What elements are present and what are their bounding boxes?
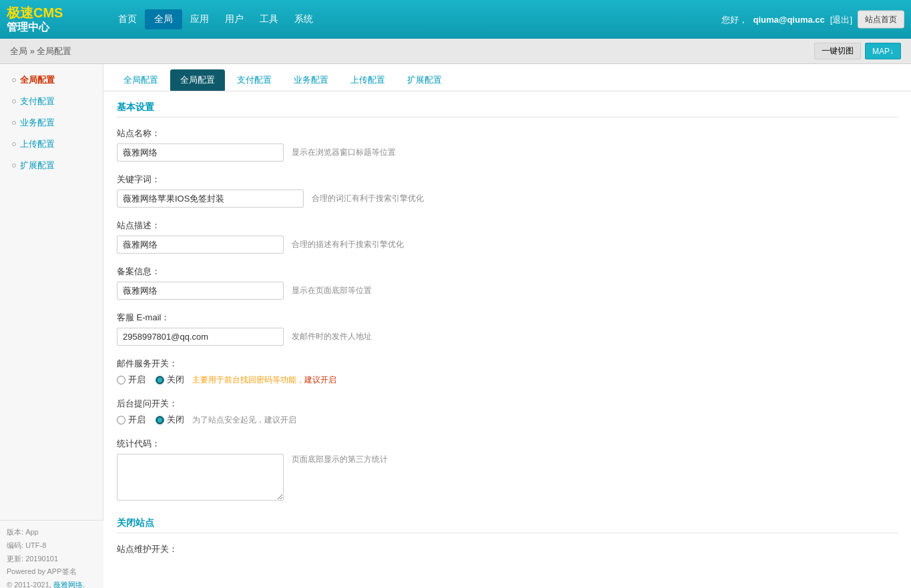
icp-label: 备案信息： bbox=[117, 266, 898, 278]
sub-tab-payment-config[interactable]: 支付配置 bbox=[227, 69, 282, 91]
update-value: 20190101 bbox=[25, 555, 58, 563]
sidebar-label-business-config: 业务配置 bbox=[20, 117, 55, 129]
map-button[interactable]: MAP↓ bbox=[865, 43, 901, 59]
sidebar-item-upload-config[interactable]: 上传配置 bbox=[0, 133, 103, 155]
sidebar-item-global-config[interactable]: 全局配置 bbox=[0, 69, 103, 91]
nav-home[interactable]: 首页 bbox=[110, 9, 145, 29]
nav-system[interactable]: 系统 bbox=[286, 9, 321, 29]
admin-tip-hint: 为了站点安全起见，建议开启 bbox=[192, 414, 296, 426]
form-row-site-name: 站点名称： 显示在浏览器窗口标题等位置 bbox=[117, 127, 898, 162]
site-home-button[interactable]: 站点首页 bbox=[858, 11, 904, 29]
keywords-inline: 合理的词汇有利于搜索引擎优化 bbox=[117, 190, 898, 208]
username: qiuma@qiuma.cc bbox=[753, 15, 824, 25]
stats-code-inline: 页面底部显示的第三方统计 bbox=[117, 454, 898, 501]
description-label: 站点描述： bbox=[117, 220, 898, 232]
close-site-section: 关闭站点 站点维护开关： bbox=[117, 517, 898, 555]
icp-hint: 显示在页面底部等位置 bbox=[292, 285, 372, 296]
site-name-inline: 显示在浏览器窗口标题等位置 bbox=[117, 143, 898, 162]
nav-global[interactable]: 全局 bbox=[145, 9, 182, 29]
nav-app[interactable]: 应用 bbox=[182, 9, 217, 29]
icp-input[interactable] bbox=[117, 282, 284, 300]
mail-service-open-label: 开启 bbox=[128, 374, 145, 386]
sidebar-label-payment-config: 支付配置 bbox=[20, 95, 55, 107]
sub-tab-extension-config[interactable]: 扩展配置 bbox=[397, 69, 452, 91]
mail-service-close-radio[interactable]: 关闭 bbox=[156, 374, 184, 386]
admin-tip-open-input[interactable] bbox=[117, 416, 125, 424]
sidebar-dot-2 bbox=[12, 99, 16, 103]
mail-service-close-label: 关闭 bbox=[167, 374, 184, 386]
sidebar-label-global-config: 全局配置 bbox=[20, 74, 55, 86]
form-row-icp: 备案信息： 显示在页面底部等位置 bbox=[117, 266, 898, 300]
admin-tip-open-radio[interactable]: 开启 bbox=[117, 414, 145, 426]
stats-code-hint: 页面底部显示的第三方统计 bbox=[292, 454, 388, 465]
version-value: App bbox=[25, 528, 39, 536]
stats-code-label: 统计代码： bbox=[117, 438, 898, 450]
form-row-email: 客服 E-mail： 发邮件时的发件人地址 bbox=[117, 312, 898, 346]
top-header: 极速CMS 管理中心 首页 全局 应用 用户 工具 系统 您好， qiuma@q… bbox=[0, 0, 911, 39]
logo-line1: 极速CMS bbox=[7, 5, 110, 21]
stats-code-textarea[interactable] bbox=[117, 454, 284, 501]
breadcrumb-bar: 全局 » 全局配置 一键切图 MAP↓ bbox=[0, 39, 911, 64]
mail-service-open-input[interactable] bbox=[117, 376, 125, 384]
mail-service-close-input[interactable] bbox=[156, 376, 164, 384]
copyright-link[interactable]: 薇雅网络. bbox=[53, 581, 85, 588]
description-inline: 合理的描述有利于搜索引擎优化 bbox=[117, 236, 898, 254]
layout: 全局配置 支付配置 业务配置 上传配置 扩展配置 版本: App 编码: UTF… bbox=[0, 64, 911, 588]
breadcrumb-actions: 一键切图 MAP↓ bbox=[814, 43, 901, 59]
email-label: 客服 E-mail： bbox=[117, 312, 898, 324]
encoding-value: UTF-8 bbox=[25, 541, 46, 549]
breadcrumb-root[interactable]: 全局 bbox=[10, 46, 27, 56]
sub-tab-upload-config[interactable]: 上传配置 bbox=[340, 69, 395, 91]
mail-service-label: 邮件服务开关： bbox=[117, 358, 898, 370]
email-inline: 发邮件时的发件人地址 bbox=[117, 328, 898, 346]
admin-tip-close-radio[interactable]: 关闭 bbox=[156, 414, 184, 426]
sidebar-item-payment-config[interactable]: 支付配置 bbox=[0, 91, 103, 112]
admin-tip-radio-group: 开启 关闭 bbox=[117, 414, 184, 426]
maintenance-label: 站点维护开关： bbox=[117, 543, 898, 555]
sub-tab-business-config[interactable]: 业务配置 bbox=[284, 69, 338, 91]
icp-inline: 显示在页面底部等位置 bbox=[117, 282, 898, 300]
sidebar-footer: 版本: App 编码: UTF-8 更新: 20190101 Powered b… bbox=[0, 520, 103, 588]
form-row-description: 站点描述： 合理的描述有利于搜索引擎优化 bbox=[117, 220, 898, 254]
mail-service-radio-group: 开启 关闭 bbox=[117, 374, 184, 386]
keywords-hint: 合理的词汇有利于搜索引擎优化 bbox=[312, 193, 424, 204]
email-input[interactable] bbox=[117, 328, 284, 346]
top-right: 您好， qiuma@qiuma.cc [退出] 站点首页 bbox=[721, 11, 904, 29]
sidebar-label-upload-config: 上传配置 bbox=[20, 138, 55, 150]
close-site-title: 关闭站点 bbox=[117, 517, 898, 533]
description-hint: 合理的描述有利于搜索引擎优化 bbox=[292, 239, 404, 250]
site-name-input[interactable] bbox=[117, 143, 284, 162]
description-input[interactable] bbox=[117, 236, 284, 254]
basic-settings-title: 基本设置 bbox=[117, 101, 898, 117]
form-row-mail-service: 邮件服务开关： 开启 关闭 主要用于前台找回密码等功能，建议开启 bbox=[117, 358, 898, 386]
keywords-input[interactable] bbox=[117, 190, 304, 208]
content-area: 基本设置 站点名称： 显示在浏览器窗口标题等位置 关键字词： 合理的词汇有利于搜… bbox=[103, 91, 911, 577]
admin-tip-open-label: 开启 bbox=[128, 414, 145, 426]
email-hint: 发邮件时的发件人地址 bbox=[292, 331, 372, 342]
admin-tip-inline: 开启 关闭 为了站点安全起见，建议开启 bbox=[117, 414, 898, 426]
copyright-text: © 2011-2021, bbox=[7, 581, 51, 588]
form-row-keywords: 关键字词： 合理的词汇有利于搜索引擎优化 bbox=[117, 174, 898, 208]
sidebar-label-extension-config: 扩展配置 bbox=[20, 160, 55, 172]
site-name-label: 站点名称： bbox=[117, 127, 898, 139]
powered-by: Powered by APP签名 bbox=[7, 565, 97, 579]
one-click-cut-button[interactable]: 一键切图 bbox=[814, 43, 861, 59]
sidebar-item-business-config[interactable]: 业务配置 bbox=[0, 112, 103, 133]
admin-tip-close-label: 关闭 bbox=[167, 414, 184, 426]
admin-tip-close-input[interactable] bbox=[156, 416, 164, 424]
keywords-label: 关键字词： bbox=[117, 174, 898, 186]
site-name-hint: 显示在浏览器窗口标题等位置 bbox=[292, 147, 396, 158]
sub-tab-global-config-active[interactable]: 全局配置 bbox=[170, 69, 225, 91]
mail-service-inline: 开启 关闭 主要用于前台找回密码等功能，建议开启 bbox=[117, 374, 898, 386]
sub-tabs: 全局配置 全局配置 支付配置 业务配置 上传配置 扩展配置 bbox=[103, 64, 911, 91]
logout-link[interactable]: [退出] bbox=[830, 13, 852, 25]
nav-tools[interactable]: 工具 bbox=[252, 9, 286, 29]
form-row-stats-code: 统计代码： 页面底部显示的第三方统计 bbox=[117, 438, 898, 501]
sidebar: 全局配置 支付配置 业务配置 上传配置 扩展配置 版本: App 编码: UTF… bbox=[0, 64, 103, 588]
admin-tip-label: 后台提问开关： bbox=[117, 398, 898, 410]
mail-service-open-radio[interactable]: 开启 bbox=[117, 374, 145, 386]
mail-service-hint: 主要用于前台找回密码等功能，建议开启 bbox=[192, 374, 336, 386]
nav-user[interactable]: 用户 bbox=[217, 9, 252, 29]
sub-tab-global-config-link[interactable]: 全局配置 bbox=[113, 69, 168, 91]
sidebar-item-extension-config[interactable]: 扩展配置 bbox=[0, 155, 103, 176]
